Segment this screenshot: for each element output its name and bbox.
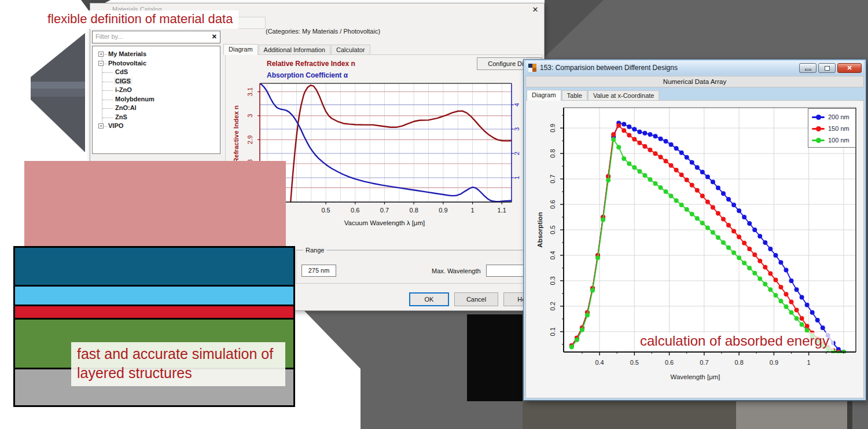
filter-placeholder: Filter by... [95,33,123,40]
svg-text:0.6: 0.6 [665,359,674,366]
background-arrow-band-2 [31,89,85,97]
tree-item-label[interactable]: VIPO [107,122,124,129]
tree-item-label[interactable]: i-ZnO [114,86,133,93]
legend-label: 100 nm [828,137,849,144]
chart-title-refractive-index: Relative Refractive Index n [267,60,355,68]
svg-text:0.9: 0.9 [439,207,447,214]
svg-text:3: 3 [513,127,520,131]
tree-branch-line [102,118,113,118]
stage: Materials Catalog ✕ Definition Type User… [0,0,868,429]
ok-button[interactable]: OK [409,292,449,306]
annotation-fast-line2: layered structures [77,365,192,381]
svg-text:0.5: 0.5 [630,359,639,366]
minimize-button[interactable] [799,63,816,73]
svg-text:2.9: 2.9 [247,135,253,144]
background-bottom-strip-light [736,401,847,429]
tree-item-zno-al[interactable]: ZnO:Al [93,104,220,113]
legend-label: 150 nm [828,125,849,132]
tree-item-label[interactable]: ZnO:Al [114,104,138,111]
svg-text:0.4: 0.4 [549,251,556,259]
tab-diagram[interactable]: Diagram [527,90,561,101]
tab-table[interactable]: Table [562,90,587,101]
svg-text:0.8: 0.8 [734,359,743,366]
svg-text:1: 1 [513,176,520,179]
svg-text:0.7: 0.7 [700,359,708,366]
expand-icon[interactable]: + [98,123,104,129]
svg-text:0.3: 0.3 [549,276,556,285]
svg-text:0.9: 0.9 [549,124,556,133]
window-subtitle: Numerical Data Array [525,76,864,87]
svg-text:0.5: 0.5 [321,207,330,214]
x-axis-label: Vacuum Wavelength λ [μm] [344,219,425,226]
cancel-button[interactable]: Cancel [454,292,498,306]
legend-item-100-nm: 100 nm [812,134,855,146]
chart-legend: 200 nm150 nm100 nm [808,108,856,148]
svg-text:1: 1 [807,359,811,366]
filter-input[interactable]: Filter by... ✕ [92,31,220,43]
tree-branch-line [102,100,113,100]
dialog-tab-bar: DiagramAdditional InformationCalculator [223,44,371,55]
background-bottom-strip-dark [523,401,736,429]
svg-text:4: 4 [513,103,520,107]
window-tab-bar: DiagramTableValue at x-Coordinate [527,89,660,101]
svg-text:0.6: 0.6 [351,207,359,214]
range-groupbox: Range 275 nm Max. Wavelength 1.12 [296,250,542,284]
incident-medium-block [24,161,286,247]
layer-2 [13,285,295,306]
tree-item-photovoltaic[interactable]: −Photovoltaic [93,59,220,68]
collapse-icon[interactable]: − [98,61,104,66]
svg-text:1.1: 1.1 [498,207,506,214]
tab-diagram[interactable]: Diagram [223,44,258,55]
legend-marker-icon [812,140,825,141]
tree-item-i-zno[interactable]: i-ZnO [93,86,220,95]
annotation-flexible-definition: flexible definition of material data [41,10,238,29]
tree-item-label[interactable]: My Materials [107,50,148,57]
min-wavelength-field[interactable]: 275 nm [301,265,336,277]
svg-text:3.1: 3.1 [247,87,253,96]
expand-icon[interactable]: + [98,52,104,57]
svg-text:0.5: 0.5 [549,225,556,234]
tree-branch-line [102,90,113,91]
tree-item-label[interactable]: CIGS [114,78,132,85]
tab-additional-information[interactable]: Additional Information [259,45,330,55]
y-axis-label: Absorption [536,212,543,247]
tree-item-label[interactable]: ZnS [114,113,128,120]
filter-clear-icon[interactable]: ✕ [212,33,217,41]
svg-text:0.7: 0.7 [549,174,556,183]
svg-text:3: 3 [247,114,253,118]
tree-item-molybdenum[interactable]: Molybdenum [93,95,220,104]
tree-branch-line [102,108,113,109]
tree-item-label[interactable]: Photovoltaic [107,60,148,67]
close-icon[interactable]: ✕ [530,5,540,15]
tree-item-my-materials[interactable]: +My Materials [93,50,220,59]
svg-text:0.6: 0.6 [549,200,556,208]
svg-text:0.9: 0.9 [770,359,778,366]
svg-text:0.1: 0.1 [549,327,556,336]
maximize-button[interactable] [818,63,836,73]
materials-tree: +My Materials−PhotovoltaicCdSCIGSi-ZnOMo… [92,46,220,154]
annotation-fast-simulation: fast and accurate simulation of layered … [71,342,285,386]
tree-item-label[interactable]: Molybdenum [114,96,156,102]
tab-calculator[interactable]: Calculator [331,45,370,55]
tree-item-vipo[interactable]: +VIPO [93,122,220,131]
tree-item-cigs[interactable]: CIGS [93,77,220,86]
tree-item-cds[interactable]: CdS [93,68,220,77]
legend-marker-icon [812,116,825,118]
svg-text:0.8: 0.8 [410,207,418,214]
layer-1 [13,246,295,287]
y-axis-label-left: Refractive Index n [233,105,240,163]
tree-item-label[interactable]: CdS [114,68,129,75]
close-button[interactable]: ✕ [837,63,862,73]
x-axis-label: Wavelength [μm] [670,373,720,380]
svg-text:1: 1 [471,207,475,214]
legend-item-200-nm: 200 nm [812,111,855,123]
tree-item-zns[interactable]: ZnS [93,113,220,122]
tab-value-at-x-coordinate[interactable]: Value at x-Coordinate [588,90,660,101]
svg-text:0.7: 0.7 [380,207,389,214]
window-titlebar[interactable]: 153: Comparision between Different Desig… [525,61,864,75]
legend-marker-icon [812,128,825,130]
window-icon [528,64,536,72]
categories-note: (Categories: My Materials / Photovoltaic… [266,28,380,35]
background-black-rect [467,314,523,401]
range-groupbox-label: Range [303,247,326,254]
